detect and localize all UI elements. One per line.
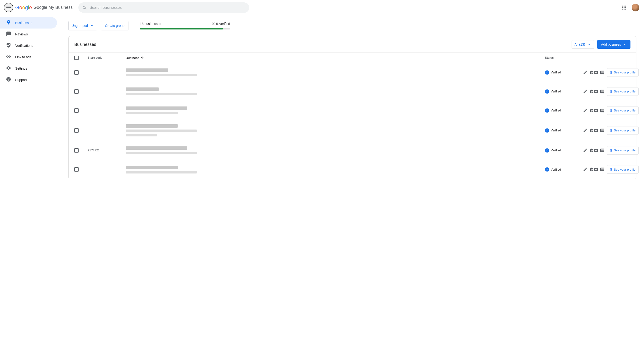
actions-cell-4: G See your profile	[583, 126, 630, 135]
table-header: Store code Business Status	[69, 53, 636, 63]
business-name-cell-6	[126, 165, 545, 174]
edit-button-5[interactable]	[583, 146, 588, 155]
select-all-cell	[74, 56, 88, 60]
sidebar-item-label-verifications: Verifications	[15, 44, 33, 48]
logo[interactable]: Google Google My Business	[15, 5, 73, 11]
photo-button-1[interactable]	[590, 68, 598, 77]
photo-button-5[interactable]	[590, 146, 598, 155]
see-profile-button-6[interactable]: G See your profile	[607, 165, 638, 174]
photo-button-6[interactable]	[590, 165, 598, 174]
status-cell-2: ✓ Verified	[545, 89, 583, 94]
status-cell-1: ✓ Verified	[545, 70, 583, 75]
ungrouped-label: Ungrouped	[72, 24, 88, 28]
progress-labels: 13 businesses 92% verified	[140, 22, 230, 26]
google-g-icon-5: G	[610, 149, 612, 152]
status-label-1: Verified	[551, 71, 561, 74]
business-addr-line1-5	[126, 152, 197, 154]
see-profile-label-1: See your profile	[614, 71, 636, 74]
verified-icon-2: ✓	[545, 89, 549, 94]
table-row: ✓ Verified G See your profile	[69, 101, 636, 120]
sidebar-item-settings[interactable]: Settings	[0, 63, 57, 74]
row-checkbox-cell	[74, 148, 88, 153]
search-input[interactable]	[90, 6, 246, 10]
business-header[interactable]: Business	[126, 56, 545, 60]
sort-up-icon	[140, 56, 144, 60]
edit-button-3[interactable]	[583, 106, 588, 115]
sidebar-item-link-to-ads[interactable]: Link to ads	[0, 51, 57, 63]
post-button-6[interactable]	[600, 165, 605, 174]
verifications-icon	[6, 43, 12, 49]
businesses-count: 13 businesses	[140, 22, 161, 26]
business-rows-container: ✓ Verified G See your profile	[69, 63, 636, 179]
row-checkbox-cell	[74, 70, 88, 75]
photo-button-2[interactable]	[590, 87, 598, 96]
edit-button-4[interactable]	[583, 126, 588, 135]
sidebar-item-businesses[interactable]: Businesses	[0, 17, 57, 29]
filter-chevron-icon	[587, 42, 591, 47]
status-header: Status	[545, 56, 583, 59]
status-cell-4: ✓ Verified	[545, 128, 583, 133]
see-profile-label-5: See your profile	[614, 149, 636, 152]
see-profile-label-2: See your profile	[614, 90, 636, 93]
row-checkbox-3[interactable]	[74, 108, 78, 113]
see-profile-button-2[interactable]: G See your profile	[607, 87, 638, 96]
business-icon	[6, 20, 12, 26]
photo-button-4[interactable]	[590, 126, 598, 135]
filter-row: Ungrouped Create group 13 businesses 92%…	[68, 21, 636, 31]
see-profile-button-1[interactable]: G See your profile	[607, 68, 638, 77]
create-group-button[interactable]: Create group	[101, 21, 128, 31]
post-button-5[interactable]	[600, 146, 605, 155]
all-filter-dropdown[interactable]: All (13)	[572, 40, 594, 49]
see-profile-button-5[interactable]: G See your profile	[607, 146, 638, 155]
menu-button[interactable]	[4, 3, 13, 12]
google-g-icon-2: G	[610, 90, 612, 93]
business-name-6	[126, 166, 178, 169]
apps-button[interactable]	[619, 3, 629, 12]
svg-rect-7	[624, 7, 624, 8]
add-business-button[interactable]: Add business	[597, 40, 630, 49]
edit-button-6[interactable]	[583, 165, 588, 174]
avatar-button[interactable]	[631, 3, 640, 12]
status-label-2: Verified	[551, 90, 561, 93]
layout: Businesses Reviews Verifications Link to…	[0, 15, 644, 185]
select-all-checkbox[interactable]	[74, 56, 78, 60]
svg-rect-9	[622, 9, 623, 10]
progress-bar	[140, 28, 230, 30]
google-g-icon-4: G	[610, 129, 612, 132]
post-button-3[interactable]	[600, 106, 605, 115]
edit-button-2[interactable]	[583, 87, 588, 96]
progress-bar-fill	[140, 28, 223, 30]
business-name-cell-4	[126, 124, 545, 137]
sidebar-item-label-link-to-ads: Link to ads	[15, 55, 31, 59]
sidebar-item-reviews[interactable]: Reviews	[0, 29, 57, 40]
actions-cell-3: G See your profile	[583, 106, 630, 115]
svg-rect-6	[622, 7, 623, 8]
see-profile-button-3[interactable]: G See your profile	[607, 106, 638, 115]
row-checkbox-1[interactable]	[74, 70, 78, 75]
post-button-2[interactable]	[600, 87, 605, 96]
settings-icon	[6, 65, 12, 72]
sidebar-item-label-reviews: Reviews	[15, 32, 28, 36]
svg-rect-1	[6, 7, 11, 8]
see-profile-button-4[interactable]: G See your profile	[607, 126, 638, 135]
table-row: ✓ Verified G See your profile	[69, 120, 636, 141]
sidebar-item-support[interactable]: Support	[0, 74, 57, 86]
ungrouped-dropdown[interactable]: Ungrouped	[68, 21, 97, 31]
row-checkbox-4[interactable]	[74, 128, 78, 133]
header-right	[619, 3, 640, 12]
post-button-4[interactable]	[600, 126, 605, 135]
verified-icon-5: ✓	[545, 148, 549, 153]
row-checkbox-2[interactable]	[74, 89, 78, 94]
google-g-icon-6: G	[610, 168, 612, 171]
row-checkbox-cell	[74, 167, 88, 172]
business-addr-line1-3	[126, 112, 178, 114]
reviews-icon	[6, 31, 12, 38]
edit-button-1[interactable]	[583, 68, 588, 77]
sidebar-item-verifications[interactable]: Verifications	[0, 40, 57, 51]
svg-rect-10	[624, 9, 624, 10]
row-checkbox-6[interactable]	[74, 167, 78, 172]
photo-button-3[interactable]	[590, 106, 598, 115]
row-checkbox-5[interactable]	[74, 148, 78, 153]
post-button-1[interactable]	[600, 68, 605, 77]
see-profile-label-4: See your profile	[614, 129, 636, 132]
